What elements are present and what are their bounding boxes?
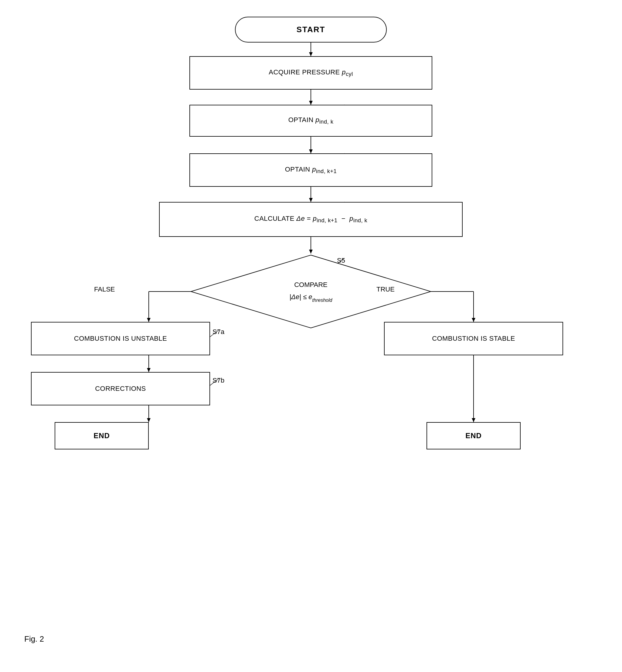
true-label: TRUE [376,285,394,293]
s1-node: ACQUIRE PRESSURE pcyl [189,56,432,90]
end-left-node: END [55,422,149,449]
false-label: FALSE [94,285,115,293]
svg-marker-7 [309,198,313,202]
svg-marker-15 [147,318,150,322]
svg-text:COMPARE: COMPARE [294,281,327,289]
flowchart: START S1 ACQUIRE PRESSURE pcyl S2 OPTAIN… [0,0,622,653]
s5-diamond: COMPARE |Δe| ≤ ethreshold [189,254,432,330]
svg-marker-27 [191,255,431,328]
svg-marker-21 [472,418,475,422]
s7b-node: CORRECTIONS [31,372,210,405]
svg-marker-3 [309,101,313,105]
diamond-shape: COMPARE |Δe| ≤ ethreshold [189,254,432,330]
figure-caption: Fig. 2 [24,634,44,644]
s7a-node: COMBUSTION IS UNSTABLE [31,322,210,355]
svg-marker-5 [309,149,313,153]
s6-node: COMBUSTION IS STABLE [384,322,563,355]
s4-node: CALCULATE Δe = pind, k+1 − pind, k [159,202,463,237]
s3-node: OPTAIN pind, k+1 [189,153,432,187]
svg-marker-12 [472,318,475,322]
end-right-node: END [426,422,521,449]
svg-marker-9 [309,249,313,254]
svg-marker-1 [309,52,313,56]
svg-marker-19 [147,418,150,422]
s2-node: OPTAIN pind, k [189,105,432,137]
svg-marker-17 [147,368,150,372]
start-node: START [235,17,387,42]
